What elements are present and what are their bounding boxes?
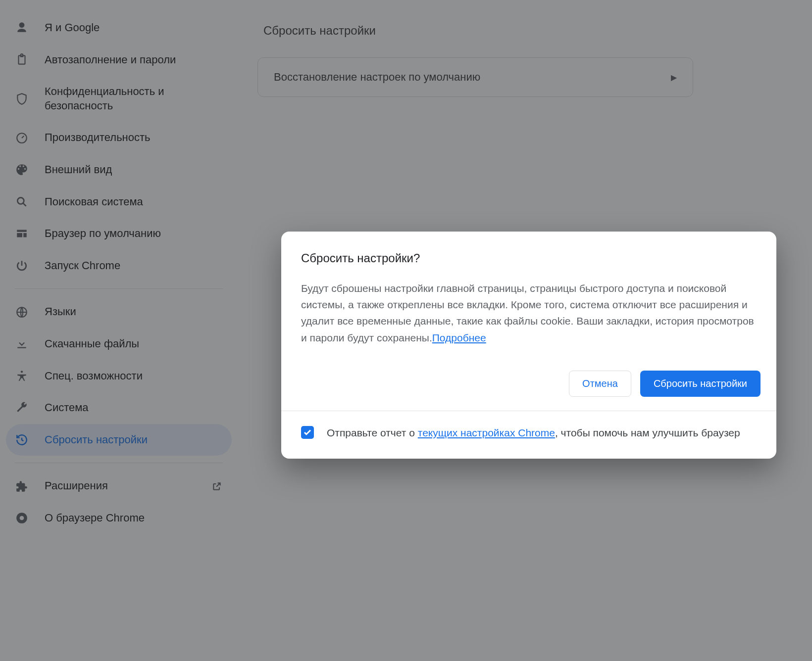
send-report-checkbox[interactable] [301,426,314,439]
cancel-button[interactable]: Отмена [569,371,631,397]
current-settings-link[interactable]: текущих настройках Chrome [418,427,555,438]
send-report-label: Отправьте отчет о текущих настройках Chr… [327,425,740,441]
dialog-description: Будут сброшены настройки главной страниц… [301,280,757,346]
modal-overlay[interactable]: Сбросить настройки? Будут сброшены настр… [0,0,812,661]
reset-settings-dialog: Сбросить настройки? Будут сброшены настр… [281,232,776,459]
confirm-reset-button[interactable]: Сбросить настройки [640,371,761,397]
dialog-title: Сбросить настройки? [301,251,757,265]
learn-more-link[interactable]: Подробнее [432,332,486,343]
